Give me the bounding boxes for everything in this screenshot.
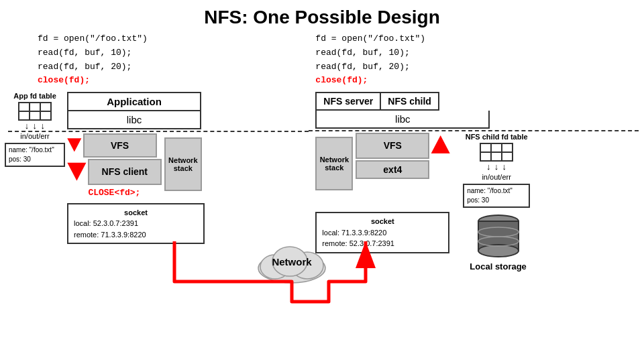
- local-storage-label: Local storage: [470, 261, 527, 272]
- left-code-line3: read(fd, buf, 20);: [38, 60, 309, 74]
- close-fd-label: CLOSE<fd>;: [67, 188, 162, 198]
- socket-remote-right: remote: 52.3.0.7:2391: [322, 238, 443, 249]
- dashed-separator-right: [309, 130, 639, 131]
- left-code-line4: close(fd);: [38, 74, 309, 88]
- file-pos-left: pos: 30: [9, 155, 61, 164]
- socket-box-right: socket local: 71.3.3.9:8220 remote: 52.3…: [315, 212, 449, 253]
- right-code-block: fd = open("/foo.txt") read(fd, buf, 10);…: [309, 32, 639, 88]
- network-stack-right-box: Network stack: [315, 137, 353, 190]
- socket-title-left: socket: [74, 207, 198, 219]
- socket-remote-left: remote: 71.3.3.9:8220: [74, 229, 198, 241]
- left-code-block: fd = open("/foo.txt") read(fd, buf, 10);…: [5, 32, 309, 88]
- right-code-line3: read(fd, buf, 20);: [315, 60, 639, 74]
- in-out-err-right: in/out/err: [482, 173, 511, 181]
- nfs-child-box: NFS child: [381, 92, 439, 111]
- nfs-child-fd-label: NFS child fd table: [466, 133, 528, 141]
- fd-down-arrows-left: ↓↓↓: [24, 121, 45, 131]
- page-title: NFS: One Possible Design: [0, 0, 644, 32]
- file-name-right: name: "/foo.txt": [467, 186, 526, 196]
- right-code-line2: read(fd, buf, 10);: [315, 46, 639, 60]
- socket-box-left: socket local: 52.3.0.7:2391 remote: 71.3…: [67, 203, 205, 245]
- right-code-line1: fd = open("/foo.txt"): [315, 32, 639, 46]
- app-fd-table-grid: [18, 102, 52, 121]
- app-fd-table-label: App fd table: [13, 92, 56, 101]
- application-box: Application: [67, 92, 201, 111]
- socket-local-left: local: 52.3.0.7:2391: [74, 218, 198, 229]
- nfs-server-box: NFS server: [315, 92, 381, 111]
- right-code-line4: close(fd);: [315, 74, 639, 88]
- in-out-err-left: in/out/err: [20, 132, 49, 140]
- vfs-left-box: VFS: [83, 133, 157, 158]
- vfs-red-arrow: ▼: [67, 133, 82, 158]
- left-code-line1: fd = open("/foo.txt"): [38, 32, 309, 46]
- network-stack-left-box: Network stack: [164, 137, 202, 191]
- file-name-left: name: "/foo.txt": [9, 145, 61, 155]
- nfs-client-box: NFS client: [88, 159, 162, 184]
- file-pos-right: pos: 30: [467, 196, 526, 205]
- socket-title-right: socket: [322, 216, 443, 227]
- local-storage-cylinder: [474, 212, 523, 260]
- file-info-left: name: "/foo.txt" pos: 30: [5, 143, 65, 167]
- fd-down-arrows-right: ↓↓↓: [486, 162, 506, 172]
- libc-right-box: libc: [315, 111, 490, 129]
- file-info-right: name: "/foo.txt" pos: 30: [463, 184, 530, 208]
- ext4-box: ext4: [356, 160, 429, 179]
- nfs-child-fd-grid: [480, 143, 513, 162]
- vfs-right-box: VFS: [356, 133, 429, 158]
- socket-local-right: local: 71.3.3.9:8220: [322, 227, 443, 239]
- left-code-line2: read(fd, buf, 10);: [38, 46, 309, 60]
- network-cloud: Network: [255, 241, 329, 295]
- libc-left-box: libc: [67, 111, 201, 129]
- nfs-client-red-arrow: ▼: [67, 159, 87, 184]
- vfs-red-arrow-up: ▲: [431, 133, 450, 158]
